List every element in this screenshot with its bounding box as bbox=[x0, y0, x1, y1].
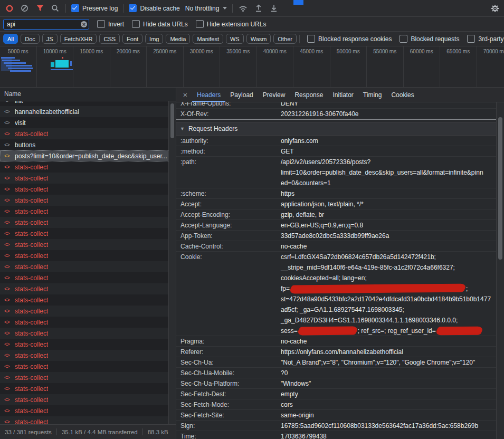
request-row[interactable]: <>stats-collect bbox=[0, 261, 176, 272]
type-chip-fetch-xhr[interactable]: Fetch/XHR bbox=[60, 34, 97, 44]
timeline-column[interactable]: 5000 ms bbox=[0, 46, 37, 87]
timeline-column[interactable]: 45000 ms bbox=[293, 46, 330, 87]
type-chip-img[interactable]: Img bbox=[145, 34, 163, 44]
clear-icon[interactable] bbox=[20, 3, 30, 13]
request-row[interactable]: <>stats-collect bbox=[0, 405, 176, 416]
request-row[interactable]: <>stats-collect bbox=[0, 350, 176, 361]
request-name: stats-collect bbox=[15, 418, 48, 425]
timeline-overview[interactable]: 5000 ms10000 ms15000 ms20000 ms25000 ms3… bbox=[0, 46, 504, 88]
details-scrollbar[interactable] bbox=[496, 102, 504, 439]
invert-checkbox[interactable]: Invert bbox=[97, 20, 124, 28]
request-row[interactable]: <>stats-collect bbox=[0, 228, 176, 239]
request-row[interactable]: <>stats-collect bbox=[0, 372, 176, 383]
clear-filter-icon[interactable]: × bbox=[81, 21, 87, 27]
timeline-column[interactable]: 60000 ms bbox=[404, 46, 441, 87]
request-row[interactable]: <>buttons bbox=[0, 139, 176, 150]
request-row[interactable]: <>stats-collect bbox=[0, 239, 176, 250]
disable-cache-checkbox-box[interactable] bbox=[129, 4, 137, 12]
request-row[interactable]: <>stats-collect bbox=[0, 195, 176, 206]
checkbox-blocked-requests[interactable]: Blocked requests bbox=[400, 35, 459, 43]
settings-gear-icon[interactable] bbox=[490, 3, 500, 13]
request-row[interactable]: <>init bbox=[0, 101, 176, 106]
search-icon[interactable] bbox=[50, 3, 60, 13]
details-scrollbar-thumb[interactable] bbox=[498, 117, 502, 260]
timeline-column[interactable]: 20000 ms bbox=[110, 46, 147, 87]
request-row[interactable]: <>stats-collect bbox=[0, 283, 176, 294]
type-chip-font[interactable]: Font bbox=[122, 34, 142, 44]
name-column-header[interactable]: Name bbox=[0, 88, 176, 101]
timeline-column[interactable]: 15000 ms bbox=[73, 46, 110, 87]
request-row[interactable]: <>stats-collect bbox=[0, 184, 176, 195]
request-name: stats-collect bbox=[15, 164, 48, 171]
timeline-column[interactable]: 40000 ms bbox=[257, 46, 294, 87]
timeline-column[interactable]: 25000 ms bbox=[147, 46, 184, 87]
tab-timing[interactable]: Timing bbox=[358, 88, 387, 102]
hide-data-urls-checkbox[interactable]: Hide data URLs bbox=[132, 20, 188, 28]
request-row[interactable]: <>stats-collect bbox=[0, 272, 176, 283]
request-row[interactable]: <>visit bbox=[0, 117, 176, 128]
type-chip-all[interactable]: All bbox=[3, 34, 18, 44]
request-row[interactable]: <>stats-collect bbox=[0, 161, 176, 173]
request-row[interactable]: <>stats-collect bbox=[0, 416, 176, 424]
request-headers-section[interactable]: ▼ Request Headers bbox=[176, 122, 497, 136]
timeline-column[interactable]: 50000 ms bbox=[330, 46, 367, 87]
type-chip-media[interactable]: Media bbox=[166, 34, 190, 44]
request-row[interactable]: <>stats-collect bbox=[0, 206, 176, 217]
checkbox-blocked-response-cookies[interactable]: Blocked response cookies bbox=[307, 35, 392, 43]
hide-extension-urls-checkbox[interactable]: Hide extension URLs bbox=[196, 20, 267, 28]
type-chip-css[interactable]: CSS bbox=[99, 34, 120, 44]
request-row[interactable]: <>stats-collect bbox=[0, 306, 176, 317]
request-row[interactable]: <>stats-collect bbox=[0, 294, 176, 306]
request-row[interactable]: <>posts?limit=10&order=publish_date_desc… bbox=[0, 150, 176, 161]
request-list-scrollbar-thumb[interactable] bbox=[170, 103, 174, 138]
timeline-column[interactable]: 10000 ms bbox=[37, 46, 74, 87]
request-row[interactable]: <>stats-collect bbox=[0, 328, 176, 339]
invert-checkbox-box[interactable] bbox=[97, 20, 105, 28]
type-chip-doc[interactable]: Doc bbox=[21, 34, 40, 44]
tab-preview[interactable]: Preview bbox=[258, 88, 290, 102]
filter-input[interactable] bbox=[3, 19, 89, 30]
request-row[interactable]: <>stats-collect bbox=[0, 128, 176, 139]
tab-cookies[interactable]: Cookies bbox=[386, 88, 419, 102]
tab-payload[interactable]: Payload bbox=[225, 88, 258, 102]
type-chip-ws[interactable]: WS bbox=[226, 34, 244, 44]
checkbox-3rd-party-requests[interactable]: 3rd-party requests bbox=[467, 35, 504, 43]
network-conditions-icon[interactable] bbox=[238, 3, 248, 13]
request-list-scrollbar[interactable] bbox=[168, 101, 176, 424]
tab-headers[interactable]: Headers bbox=[192, 88, 225, 102]
type-chip-wasm[interactable]: Wasm bbox=[246, 34, 271, 44]
timeline-column[interactable]: 70000 ms bbox=[477, 46, 504, 87]
record-button[interactable] bbox=[4, 3, 14, 13]
timeline-column[interactable]: 55000 ms bbox=[367, 46, 404, 87]
throttling-dropdown[interactable]: No throttling bbox=[185, 5, 227, 12]
hide-data-urls-checkbox-box[interactable] bbox=[132, 20, 140, 28]
type-chip-js[interactable]: JS bbox=[42, 34, 58, 44]
tab-response[interactable]: Response bbox=[290, 88, 328, 102]
export-har-icon[interactable] bbox=[269, 3, 279, 13]
close-details-icon[interactable]: × bbox=[178, 88, 192, 102]
hide-extension-urls-checkbox-box[interactable] bbox=[196, 20, 204, 28]
tab-initiator[interactable]: Initiator bbox=[328, 88, 358, 102]
checkbox-blocked-response-cookies-box[interactable] bbox=[307, 35, 315, 43]
request-row[interactable]: <>stats-collect bbox=[0, 173, 176, 184]
request-row[interactable]: <>stats-collect bbox=[0, 383, 176, 394]
type-chip-other[interactable]: Other bbox=[273, 34, 297, 44]
preserve-log-checkbox[interactable]: Preserve log bbox=[71, 4, 118, 12]
filter-funnel-icon[interactable] bbox=[35, 3, 45, 13]
request-row[interactable]: <>hannahelizabethofficial bbox=[0, 106, 176, 117]
request-row[interactable]: <>stats-collect bbox=[0, 317, 176, 328]
timeline-column[interactable]: 65000 ms bbox=[440, 46, 477, 87]
checkbox-blocked-requests-box[interactable] bbox=[400, 35, 407, 43]
request-row[interactable]: <>stats-collect bbox=[0, 250, 176, 261]
type-chip-manifest[interactable]: Manifest bbox=[193, 34, 223, 44]
request-row[interactable]: <>stats-collect bbox=[0, 217, 176, 228]
request-row[interactable]: <>stats-collect bbox=[0, 361, 176, 372]
timeline-column[interactable]: 30000 ms bbox=[184, 46, 221, 87]
timeline-column[interactable]: 35000 ms bbox=[220, 46, 257, 87]
request-row[interactable]: <>stats-collect bbox=[0, 339, 176, 350]
preserve-log-checkbox-box[interactable] bbox=[71, 4, 79, 12]
checkbox-3rd-party-requests-box[interactable] bbox=[467, 35, 475, 43]
request-row[interactable]: <>stats-collect bbox=[0, 394, 176, 405]
import-har-icon[interactable] bbox=[253, 3, 263, 13]
disable-cache-checkbox[interactable]: Disable cache bbox=[129, 4, 179, 12]
